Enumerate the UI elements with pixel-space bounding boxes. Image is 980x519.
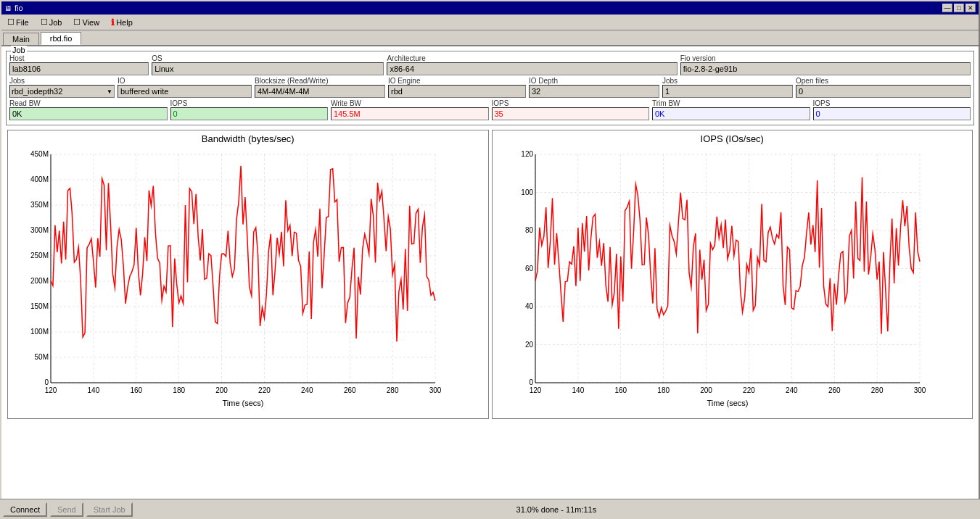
bandwidth-chart-title: Bandwidth (bytes/sec) <box>11 133 485 144</box>
menu-help[interactable]: ℹ Help <box>105 16 139 29</box>
bw-row: Read BW 0K IOPS 0 Write BW 145.5M IOPS 3… <box>9 99 971 120</box>
iodepth-label: IO Depth <box>529 77 659 85</box>
read-iops-field: IOPS 0 <box>170 99 329 120</box>
host-field: Host lab8106 <box>9 54 149 75</box>
trim-iops-label: IOPS <box>813 99 971 107</box>
send-button[interactable]: Send <box>50 502 83 517</box>
read-bw-value: 0K <box>9 107 168 120</box>
trim-iops-value: 0 <box>813 107 971 120</box>
openfiles-label: Open files <box>796 77 971 85</box>
fio-version-value: fio-2.8-2-ge91b <box>680 62 971 75</box>
write-bw-value: 145.5M <box>331 107 489 120</box>
status-text: 31.0% done - 11m:11s <box>136 505 977 514</box>
host-value: lab8106 <box>9 62 149 75</box>
ioengine-field: IO Engine rbd <box>388 77 526 98</box>
read-bw-label: Read BW <box>9 99 168 107</box>
host-info-row: Host lab8106 OS Linux Architecture x86-6… <box>9 54 971 75</box>
trim-bw-value: 0K <box>652 107 810 120</box>
content-area: Job Host lab8106 OS Linux Architecture x… <box>1 46 979 518</box>
os-label: OS <box>152 54 384 62</box>
blocksize-label: Blocksize (Read/Write) <box>255 77 385 85</box>
params-row: Jobs rbd_iodepth32 ▼ IO buffered write B… <box>9 77 971 98</box>
openfiles-field: Open files 0 <box>796 77 971 98</box>
fio-version-label: Fio version <box>680 54 971 62</box>
ioengine-value: rbd <box>388 85 526 98</box>
app-icon: 🖥 <box>4 4 12 12</box>
iodepth-field: IO Depth 32 <box>529 77 659 98</box>
os-field: OS Linux <box>152 54 384 75</box>
tab-rbd-label: rbd.fio <box>50 34 73 43</box>
charts-area: Bandwidth (bytes/sec) IOPS (IOs/sec) <box>4 127 976 422</box>
blocksize-field: Blocksize (Read/Write) 4M-4M/4M-4M <box>255 77 385 98</box>
host-label: Host <box>9 54 149 62</box>
menubar: ☐ File ☐ Job ☐ View ℹ Help <box>1 14 979 30</box>
menu-help-label: Help <box>116 18 133 27</box>
io-field: IO buffered write <box>118 77 252 98</box>
app-title: fio <box>15 4 23 12</box>
arch-label: Architecture <box>387 54 677 62</box>
iops-chart: IOPS (IOs/sec) <box>492 130 973 419</box>
bandwidth-canvas <box>11 147 446 415</box>
read-bw-field: Read BW 0K <box>9 99 168 120</box>
iops-canvas <box>495 147 931 415</box>
menu-job-label: Job <box>49 18 62 27</box>
os-value: Linux <box>152 62 384 75</box>
io-value: buffered write <box>118 85 252 98</box>
trim-bw-label: Trim BW <box>652 99 810 107</box>
iodepth-value: 32 <box>529 85 659 98</box>
write-iops-label: IOPS <box>492 99 650 107</box>
write-bw-field: Write BW 145.5M <box>331 99 489 120</box>
tab-main-label: Main <box>12 35 30 43</box>
menu-file-checkbox: ☐ <box>7 17 15 27</box>
arch-field: Architecture x86-64 <box>387 54 677 75</box>
blocksize-value: 4M-4M/4M-4M <box>255 85 385 98</box>
tab-rbd[interactable]: rbd.fio <box>41 32 82 45</box>
jobs2-field: Jobs 1 <box>662 77 793 98</box>
dropdown-arrow-icon: ▼ <box>107 88 112 95</box>
menu-job-checkbox: ☐ <box>41 17 48 27</box>
job-group: Job Host lab8106 OS Linux Architecture x… <box>6 51 974 125</box>
ioengine-label: IO Engine <box>388 77 526 85</box>
menu-file-label: File <box>16 18 29 27</box>
statusbar: Connect Send Start Job 31.0% done - 11m:… <box>0 499 980 519</box>
menu-view[interactable]: ☐ View <box>67 16 105 28</box>
jobs-field: Jobs rbd_iodepth32 ▼ <box>9 77 115 98</box>
help-icon: ℹ <box>111 17 115 28</box>
jobs-select-value: rbd_iodepth32 <box>12 87 105 96</box>
job-group-label: Job <box>11 46 27 54</box>
io-label: IO <box>118 77 252 85</box>
write-iops-value: 35 <box>492 107 650 120</box>
maximize-button[interactable]: □ <box>954 4 964 12</box>
window-controls: — □ ✕ <box>942 4 976 12</box>
jobs2-value: 1 <box>662 85 793 98</box>
minimize-button[interactable]: — <box>942 4 952 12</box>
tab-main[interactable]: Main <box>3 33 39 45</box>
menu-job[interactable]: ☐ Job <box>35 16 68 28</box>
write-bw-label: Write BW <box>331 99 489 107</box>
arch-value: x86-64 <box>387 62 677 75</box>
read-iops-value: 0 <box>170 107 329 120</box>
startjob-button[interactable]: Start Job <box>86 502 133 517</box>
tabs-bar: Main rbd.fio <box>1 30 979 46</box>
menu-view-checkbox: ☐ <box>73 17 81 27</box>
menu-view-label: View <box>82 18 99 27</box>
tab-content: Job Host lab8106 OS Linux Architecture x… <box>1 46 979 518</box>
menu-file[interactable]: ☐ File <box>1 16 35 28</box>
trim-iops-field: IOPS 0 <box>813 99 971 120</box>
close-button[interactable]: ✕ <box>965 4 976 12</box>
openfiles-value: 0 <box>796 85 971 98</box>
jobs-select[interactable]: rbd_iodepth32 ▼ <box>9 85 115 98</box>
bandwidth-chart: Bandwidth (bytes/sec) <box>7 130 489 419</box>
titlebar: 🖥 fio — □ ✕ <box>1 1 979 14</box>
iops-chart-title: IOPS (IOs/sec) <box>495 133 970 144</box>
fio-version-field: Fio version fio-2.8-2-ge91b <box>680 54 971 75</box>
trim-bw-field: Trim BW 0K <box>652 99 810 120</box>
jobs-label: Jobs <box>9 77 115 85</box>
write-iops-field: IOPS 35 <box>492 99 650 120</box>
read-iops-label: IOPS <box>170 99 329 107</box>
jobs2-label: Jobs <box>662 77 793 85</box>
connect-button[interactable]: Connect <box>3 502 47 517</box>
app-title-area: 🖥 fio <box>4 4 942 12</box>
